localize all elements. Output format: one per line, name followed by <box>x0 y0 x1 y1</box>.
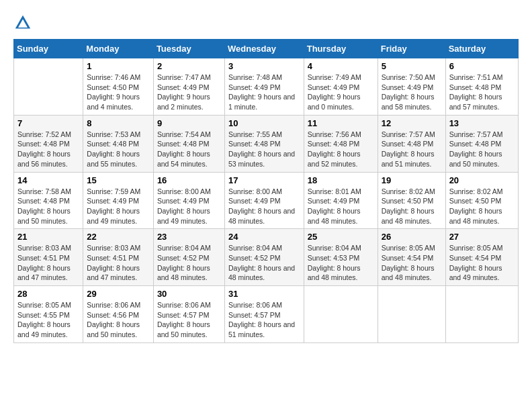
day-number: 1 <box>87 61 150 71</box>
day-info: Sunrise: 7:48 AMSunset: 4:49 PMDaylight:… <box>228 73 300 112</box>
calendar-cell: 5Sunrise: 7:50 AMSunset: 4:49 PMDaylight… <box>378 58 445 116</box>
logo-icon <box>13 13 32 32</box>
day-info: Sunrise: 8:01 AMSunset: 4:49 PMDaylight:… <box>308 187 374 226</box>
calendar-week-row: 28Sunrise: 8:05 AMSunset: 4:55 PMDayligh… <box>14 286 519 343</box>
day-number: 15 <box>87 175 150 185</box>
calendar-cell: 13Sunrise: 7:57 AMSunset: 4:48 PMDayligh… <box>445 115 518 172</box>
calendar-cell <box>304 286 378 343</box>
calendar-cell: 6Sunrise: 7:51 AMSunset: 4:48 PMDaylight… <box>445 58 518 116</box>
day-number: 19 <box>382 175 442 185</box>
calendar-cell: 21Sunrise: 8:03 AMSunset: 4:51 PMDayligh… <box>14 229 83 286</box>
day-info: Sunrise: 8:05 AMSunset: 4:54 PMDaylight:… <box>382 243 442 283</box>
logo <box>13 13 35 32</box>
day-info: Sunrise: 7:56 AMSunset: 4:48 PMDaylight:… <box>308 130 374 169</box>
day-info: Sunrise: 7:53 AMSunset: 4:48 PMDaylight:… <box>87 130 150 169</box>
calendar-cell: 2Sunrise: 7:47 AMSunset: 4:49 PMDaylight… <box>153 58 224 116</box>
day-number: 31 <box>228 289 300 299</box>
day-info: Sunrise: 7:59 AMSunset: 4:49 PMDaylight:… <box>87 187 150 226</box>
day-info: Sunrise: 8:04 AMSunset: 4:52 PMDaylight:… <box>228 243 300 283</box>
calendar-cell: 11Sunrise: 7:56 AMSunset: 4:48 PMDayligh… <box>304 115 378 172</box>
day-number: 11 <box>308 118 374 128</box>
column-header-thursday: Thursday <box>304 40 378 58</box>
calendar-table: SundayMondayTuesdayWednesdayThursdayFrid… <box>13 39 519 343</box>
day-number: 27 <box>449 232 515 242</box>
calendar-cell: 15Sunrise: 7:59 AMSunset: 4:49 PMDayligh… <box>83 172 154 229</box>
day-number: 17 <box>228 175 300 185</box>
day-number: 18 <box>308 175 374 185</box>
day-info: Sunrise: 8:00 AMSunset: 4:49 PMDaylight:… <box>228 187 300 226</box>
day-number: 6 <box>449 61 515 71</box>
calendar-week-row: 7Sunrise: 7:52 AMSunset: 4:48 PMDaylight… <box>14 115 519 172</box>
calendar-cell: 19Sunrise: 8:02 AMSunset: 4:50 PMDayligh… <box>378 172 445 229</box>
calendar-cell: 25Sunrise: 8:04 AMSunset: 4:53 PMDayligh… <box>304 229 378 286</box>
day-info: Sunrise: 7:47 AMSunset: 4:49 PMDaylight:… <box>157 73 221 112</box>
day-info: Sunrise: 8:02 AMSunset: 4:50 PMDaylight:… <box>449 187 515 226</box>
day-info: Sunrise: 7:46 AMSunset: 4:50 PMDaylight:… <box>87 73 150 112</box>
day-number: 3 <box>228 61 300 71</box>
day-info: Sunrise: 7:52 AMSunset: 4:48 PMDaylight:… <box>17 130 79 169</box>
calendar-cell: 16Sunrise: 8:00 AMSunset: 4:49 PMDayligh… <box>153 172 224 229</box>
calendar-cell: 8Sunrise: 7:53 AMSunset: 4:48 PMDaylight… <box>83 115 154 172</box>
day-number: 16 <box>157 175 221 185</box>
column-header-saturday: Saturday <box>445 40 518 58</box>
day-info: Sunrise: 7:50 AMSunset: 4:49 PMDaylight:… <box>382 73 442 112</box>
day-number: 9 <box>157 118 221 128</box>
calendar-cell <box>378 286 445 343</box>
day-number: 7 <box>17 118 79 128</box>
calendar-cell: 3Sunrise: 7:48 AMSunset: 4:49 PMDaylight… <box>224 58 304 116</box>
calendar-cell: 9Sunrise: 7:54 AMSunset: 4:48 PMDaylight… <box>153 115 224 172</box>
day-number: 24 <box>228 232 300 242</box>
day-info: Sunrise: 8:06 AMSunset: 4:57 PMDaylight:… <box>228 300 300 340</box>
day-info: Sunrise: 8:04 AMSunset: 4:53 PMDaylight:… <box>308 243 374 283</box>
day-info: Sunrise: 7:54 AMSunset: 4:48 PMDaylight:… <box>157 130 221 169</box>
column-header-sunday: Sunday <box>14 40 83 58</box>
page-header <box>13 13 519 32</box>
day-number: 21 <box>17 232 79 242</box>
calendar-cell: 31Sunrise: 8:06 AMSunset: 4:57 PMDayligh… <box>224 286 304 343</box>
calendar-week-row: 14Sunrise: 7:58 AMSunset: 4:48 PMDayligh… <box>14 172 519 229</box>
calendar-cell: 20Sunrise: 8:02 AMSunset: 4:50 PMDayligh… <box>445 172 518 229</box>
day-info: Sunrise: 8:06 AMSunset: 4:57 PMDaylight:… <box>157 300 221 340</box>
calendar-cell: 24Sunrise: 8:04 AMSunset: 4:52 PMDayligh… <box>224 229 304 286</box>
day-number: 8 <box>87 118 150 128</box>
day-info: Sunrise: 7:55 AMSunset: 4:48 PMDaylight:… <box>228 130 300 169</box>
day-number: 29 <box>87 289 150 299</box>
calendar-cell: 4Sunrise: 7:49 AMSunset: 4:49 PMDaylight… <box>304 58 378 116</box>
day-info: Sunrise: 8:04 AMSunset: 4:52 PMDaylight:… <box>157 243 221 283</box>
day-number: 26 <box>382 232 442 242</box>
calendar-cell: 22Sunrise: 8:03 AMSunset: 4:51 PMDayligh… <box>83 229 154 286</box>
day-info: Sunrise: 7:58 AMSunset: 4:48 PMDaylight:… <box>17 187 79 226</box>
day-info: Sunrise: 8:02 AMSunset: 4:50 PMDaylight:… <box>382 187 442 226</box>
calendar-cell: 18Sunrise: 8:01 AMSunset: 4:49 PMDayligh… <box>304 172 378 229</box>
day-info: Sunrise: 7:51 AMSunset: 4:48 PMDaylight:… <box>449 73 515 112</box>
calendar-cell <box>445 286 518 343</box>
column-header-friday: Friday <box>378 40 445 58</box>
calendar-cell: 27Sunrise: 8:05 AMSunset: 4:54 PMDayligh… <box>445 229 518 286</box>
day-info: Sunrise: 8:03 AMSunset: 4:51 PMDaylight:… <box>17 243 79 283</box>
calendar-cell: 12Sunrise: 7:57 AMSunset: 4:48 PMDayligh… <box>378 115 445 172</box>
day-number: 2 <box>157 61 221 71</box>
day-number: 20 <box>449 175 515 185</box>
day-info: Sunrise: 8:05 AMSunset: 4:54 PMDaylight:… <box>449 243 515 283</box>
calendar-cell: 7Sunrise: 7:52 AMSunset: 4:48 PMDaylight… <box>14 115 83 172</box>
day-number: 10 <box>228 118 300 128</box>
calendar-cell: 28Sunrise: 8:05 AMSunset: 4:55 PMDayligh… <box>14 286 83 343</box>
calendar-cell: 30Sunrise: 8:06 AMSunset: 4:57 PMDayligh… <box>153 286 224 343</box>
day-info: Sunrise: 7:49 AMSunset: 4:49 PMDaylight:… <box>308 73 374 112</box>
day-number: 12 <box>382 118 442 128</box>
day-number: 4 <box>308 61 374 71</box>
day-number: 14 <box>17 175 79 185</box>
calendar-week-row: 21Sunrise: 8:03 AMSunset: 4:51 PMDayligh… <box>14 229 519 286</box>
calendar-week-row: 1Sunrise: 7:46 AMSunset: 4:50 PMDaylight… <box>14 58 519 116</box>
day-info: Sunrise: 7:57 AMSunset: 4:48 PMDaylight:… <box>449 130 515 169</box>
day-number: 23 <box>157 232 221 242</box>
day-number: 25 <box>308 232 374 242</box>
calendar-cell: 23Sunrise: 8:04 AMSunset: 4:52 PMDayligh… <box>153 229 224 286</box>
calendar-cell: 29Sunrise: 8:06 AMSunset: 4:56 PMDayligh… <box>83 286 154 343</box>
column-header-wednesday: Wednesday <box>224 40 304 58</box>
day-info: Sunrise: 8:03 AMSunset: 4:51 PMDaylight:… <box>87 243 150 283</box>
calendar-cell: 17Sunrise: 8:00 AMSunset: 4:49 PMDayligh… <box>224 172 304 229</box>
day-number: 28 <box>17 289 79 299</box>
column-header-monday: Monday <box>83 40 154 58</box>
calendar-cell: 1Sunrise: 7:46 AMSunset: 4:50 PMDaylight… <box>83 58 154 116</box>
